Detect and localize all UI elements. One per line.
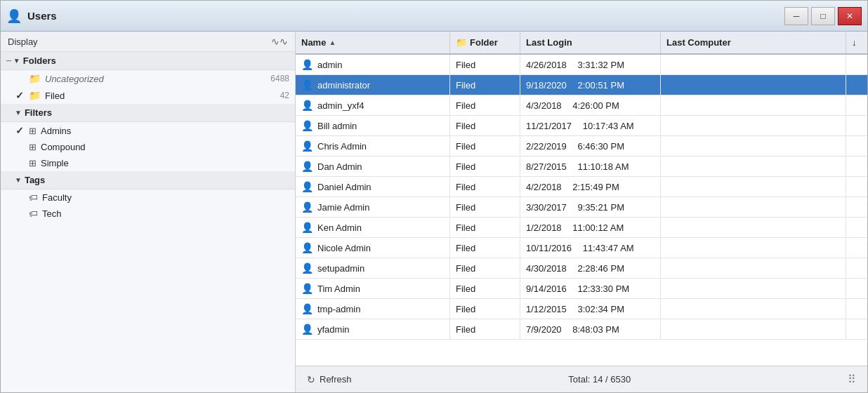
table-row[interactable]: 👤 Dan Admin Filed 8/27/2015 11:10:18 AM (296, 156, 867, 177)
sidebar-item-tech[interactable]: 🏷 Tech (1, 206, 295, 222)
cell-last-computer (661, 299, 846, 319)
cell-name: 👤 Ken Admin (296, 218, 450, 237)
folders-section-header[interactable]: ─ ▼ Folders (1, 52, 295, 70)
row-last-login-date: 7/9/2020 (526, 324, 562, 335)
table-row[interactable]: 👤 admin Filed 4/26/2018 3:31:32 PM (296, 55, 867, 75)
cell-last-login: 1/2/2018 11:00:12 AM (520, 218, 661, 237)
cell-last-login: 3/30/2017 9:35:21 PM (520, 197, 661, 217)
cell-extra (846, 238, 867, 258)
col-folder[interactable]: 📁 Folder (450, 32, 520, 53)
row-last-login-date: 1/12/2015 (526, 304, 567, 314)
row-last-login-date: 9/14/2016 (526, 284, 567, 294)
row-name: Bill admin (317, 121, 357, 131)
cell-name: 👤 Nicole Admin (296, 238, 450, 258)
row-last-login-time: 11:00:12 AM (572, 222, 624, 233)
wave-icon[interactable]: ∿∿ (271, 36, 288, 47)
table-row[interactable]: 👤 Ken Admin Filed 1/2/2018 11:00:12 AM (296, 218, 867, 238)
uncategorized-count: 6488 (270, 74, 289, 84)
cell-name: 👤 yfadmin (296, 319, 450, 339)
table-row[interactable]: 👤 admin_yxf4 Filed 4/3/2018 4:26:00 PM (296, 95, 867, 116)
table-row[interactable]: 👤 Chris Admin Filed 2/22/2019 6:46:30 PM (296, 136, 867, 156)
users-icon: 👤 (6, 8, 22, 24)
sidebar-item-simple[interactable]: ⊞ Simple (1, 155, 295, 171)
row-name: admin (317, 60, 342, 70)
sidebar-item-filed[interactable]: ✓ 📁 Filed 42 (1, 87, 295, 104)
tags-section-header[interactable]: ▼ Tags (1, 171, 295, 189)
row-folder: Filed (456, 121, 475, 131)
col-last-computer[interactable]: Last Computer (661, 32, 846, 53)
right-panel: Name ▲ 📁 Folder Last Login Last Computer… (296, 32, 867, 392)
main-window: 👤 Users ─ □ ✕ Display ∿∿ ─ ▼ Folders (0, 0, 868, 393)
filters-section-header[interactable]: ▼ Filters (1, 104, 295, 122)
table-row[interactable]: 👤 Tim Admin Filed 9/14/2016 12:33:30 PM (296, 279, 867, 299)
cell-folder: Filed (450, 116, 520, 135)
row-folder: Filed (456, 304, 475, 314)
row-last-login-time: 11:10:18 AM (577, 161, 629, 172)
table-row[interactable]: 👤 yfadmin Filed 7/9/2020 8:48:03 PM (296, 319, 867, 340)
table-row[interactable]: 👤 setupadmin Filed 4/30/2018 2:28:46 PM (296, 258, 867, 279)
cell-last-login: 11/21/2017 10:17:43 AM (520, 116, 661, 135)
row-name: yfadmin (317, 324, 350, 335)
cell-extra (846, 197, 867, 217)
row-last-login-time: 8:48:03 PM (572, 324, 619, 335)
table-row[interactable]: 👤 Nicole Admin Filed 10/11/2016 11:43:47… (296, 238, 867, 258)
cell-last-computer (661, 197, 846, 217)
cell-extra (846, 116, 867, 135)
cell-last-computer (661, 116, 846, 135)
row-last-login-time: 4:26:00 PM (572, 100, 619, 111)
cell-last-login: 4/26/2018 3:31:32 PM (520, 55, 661, 74)
cell-last-login: 8/27/2015 11:10:18 AM (520, 156, 661, 176)
user-icon: 👤 (301, 120, 313, 131)
maximize-button[interactable]: □ (811, 7, 835, 25)
cell-folder: Filed (450, 177, 520, 196)
minimize-button[interactable]: ─ (784, 7, 808, 25)
table-row[interactable]: 👤 tmp-admin Filed 1/12/2015 3:02:34 PM (296, 299, 867, 319)
cell-folder: Filed (450, 319, 520, 339)
row-last-login-date: 9/18/2020 (526, 80, 567, 91)
sidebar-item-faculty[interactable]: 🏷 Faculty (1, 189, 295, 206)
total-label: Total: 14 / 6530 (568, 374, 631, 385)
sidebar-item-uncategorized[interactable]: 📁 Uncategorized 6488 (1, 70, 295, 87)
row-last-login-time: 11:43:47 AM (583, 243, 634, 253)
col-name[interactable]: Name ▲ (296, 32, 450, 53)
cell-last-login: 4/30/2018 2:28:46 PM (520, 258, 661, 278)
table-header: Name ▲ 📁 Folder Last Login Last Computer… (296, 32, 867, 55)
table-row[interactable]: 👤 administrator Filed 9/18/2020 2:00:51 … (296, 75, 867, 95)
cell-folder: Filed (450, 197, 520, 217)
cell-last-computer (661, 136, 846, 156)
folder-uncategorized-icon: 📁 (29, 73, 41, 84)
titlebar-left: 👤 Users (6, 8, 57, 24)
user-icon: 👤 (301, 100, 313, 111)
sidebar-item-compound[interactable]: ⊞ Compound (1, 139, 295, 155)
row-last-login-time: 6:46:30 PM (577, 141, 624, 152)
simple-grid-icon: ⊞ (29, 158, 37, 168)
table-row[interactable]: 👤 Bill admin Filed 11/21/2017 10:17:43 A… (296, 116, 867, 136)
cell-folder: Filed (450, 238, 520, 258)
cell-last-login: 2/22/2019 6:46:30 PM (520, 136, 661, 156)
row-folder: Filed (456, 263, 475, 274)
tags-label: Tags (25, 175, 45, 185)
cell-extra (846, 136, 867, 156)
cell-last-login: 7/9/2020 8:48:03 PM (520, 319, 661, 339)
tech-label: Tech (42, 208, 289, 219)
sidebar-item-admins[interactable]: ✓ ⊞ Admins (1, 122, 295, 139)
cell-folder: Filed (450, 55, 520, 74)
tags-collapse-icon: ▼ (15, 176, 22, 184)
row-name: Dan Admin (317, 161, 362, 172)
table-row[interactable]: 👤 Daniel Admin Filed 4/2/2018 2:15:49 PM (296, 177, 867, 197)
more-options-icon[interactable]: ⠿ (848, 373, 856, 386)
compound-label: Compound (41, 142, 289, 152)
col-last-login[interactable]: Last Login (520, 32, 661, 53)
row-name: Daniel Admin (317, 182, 371, 192)
row-last-login-date: 2/22/2019 (526, 141, 567, 152)
table-row[interactable]: 👤 Jamie Admin Filed 3/30/2017 9:35:21 PM (296, 197, 867, 218)
refresh-button[interactable]: ↻ Refresh (307, 374, 352, 385)
admins-grid-icon: ⊞ (29, 126, 37, 136)
close-button[interactable]: ✕ (838, 7, 862, 25)
user-icon: 👤 (301, 79, 313, 91)
folder-col-icon: 📁 (456, 37, 467, 48)
folders-label: Folders (23, 55, 56, 66)
col-sort-btn[interactable]: ↓ (846, 32, 867, 53)
cell-extra (846, 258, 867, 278)
row-last-login-date: 11/21/2017 (526, 121, 572, 131)
